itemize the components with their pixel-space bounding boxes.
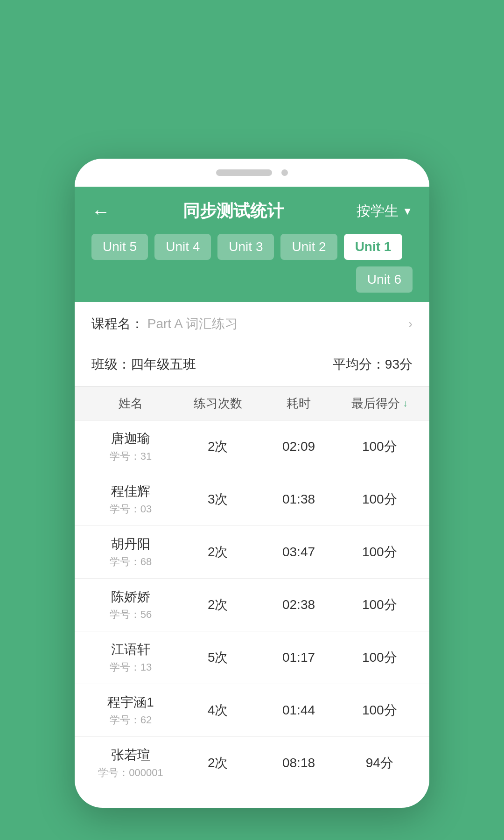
sort-dropdown[interactable]: 按学生 ▼	[357, 202, 413, 221]
cell-count: 5次	[177, 649, 258, 666]
cell-score: 94分	[339, 754, 420, 772]
course-name: Part A 词汇练习	[147, 316, 238, 331]
table-row: 陈娇娇 学号：56 2次 02:38 100分	[75, 579, 429, 631]
unit-tab-5[interactable]: Unit 5	[91, 234, 148, 260]
cell-name: 江语轩 学号：13	[84, 641, 177, 674]
cell-count: 2次	[177, 754, 258, 772]
cell-time: 02:09	[258, 439, 339, 454]
course-prefix: 课程名：	[91, 316, 144, 331]
student-name: 唐迦瑜	[84, 430, 177, 448]
phone-top-bar	[75, 159, 429, 187]
student-id: 学号：56	[84, 608, 177, 622]
student-name: 陈娇娇	[84, 588, 177, 606]
cell-score: 100分	[339, 596, 420, 614]
student-name: 胡丹阳	[84, 535, 177, 553]
cell-count: 2次	[177, 596, 258, 614]
cell-time: 01:44	[258, 703, 339, 718]
cell-count: 2次	[177, 543, 258, 561]
table-row: 胡丹阳 学号：68 2次 03:47 100分	[75, 526, 429, 579]
unit-tab-3[interactable]: Unit 3	[217, 234, 274, 260]
student-id: 学号：31	[84, 449, 177, 463]
cell-name: 程宇涵1 学号：62	[84, 693, 177, 727]
student-name: 程佳辉	[84, 483, 177, 500]
table-row: 唐迦瑜 学号：31 2次 02:09 100分	[75, 420, 429, 473]
chevron-right-icon: ›	[408, 316, 413, 331]
cell-time: 03:47	[258, 545, 339, 560]
cell-name: 程佳辉 学号：03	[84, 483, 177, 516]
cell-name: 胡丹阳 学号：68	[84, 535, 177, 569]
class-label: 班级：四年级五班	[91, 356, 196, 373]
cell-count: 4次	[177, 701, 258, 719]
class-bar: 班级：四年级五班 平均分：93分	[75, 346, 429, 386]
student-name: 江语轩	[84, 641, 177, 658]
cell-score: 100分	[339, 701, 420, 719]
phone-speaker	[216, 169, 272, 176]
unit-tab-4[interactable]: Unit 4	[154, 234, 211, 260]
student-id: 学号：13	[84, 660, 177, 674]
cell-name: 陈娇娇 学号：56	[84, 588, 177, 622]
student-id: 学号：000001	[84, 766, 177, 780]
cell-name: 唐迦瑜 学号：31	[84, 430, 177, 463]
sort-label: 按学生	[357, 202, 399, 221]
th-time: 耗时	[258, 395, 339, 412]
table-row: 江语轩 学号：13 5次 01:17 100分	[75, 631, 429, 684]
th-name: 姓名	[84, 395, 177, 412]
table-header: 姓名 练习次数 耗时 最后得分 ↓	[75, 387, 429, 420]
units-row-1: Unit 5 Unit 4 Unit 3 Unit 2 Unit 1	[91, 234, 413, 260]
table-row: 程宇涵1 学号：62 4次 01:44 100分	[75, 684, 429, 737]
cell-time: 02:38	[258, 597, 339, 612]
student-name: 程宇涵1	[84, 693, 177, 711]
course-bar[interactable]: 课程名： Part A 词汇练习 ›	[75, 302, 429, 346]
app-header-top: ← 同步测试统计 按学生 ▼	[91, 200, 413, 223]
cell-score: 100分	[339, 490, 420, 508]
app-title: 同步测试统计	[183, 200, 284, 223]
table-row: 程佳辉 学号：03 3次 01:38 100分	[75, 473, 429, 526]
th-score-label: 最后得分	[351, 395, 400, 412]
sort-score-icon: ↓	[403, 398, 407, 409]
unit-tab-1[interactable]: Unit 1	[344, 234, 403, 260]
cell-time: 01:38	[258, 492, 339, 507]
cell-score: 100分	[339, 438, 420, 455]
app-header: ← 同步测试统计 按学生 ▼ Unit 5 Unit 4 Unit 3 Unit…	[75, 187, 429, 302]
cell-name: 张若瑄 学号：000001	[84, 746, 177, 780]
data-table: 姓名 练习次数 耗时 最后得分 ↓ 唐迦瑜 学号：31 2次 02:09 100…	[75, 386, 429, 789]
dropdown-arrow-icon: ▼	[402, 205, 413, 217]
unit-tab-2[interactable]: Unit 2	[280, 234, 337, 260]
cell-time: 01:17	[258, 650, 339, 665]
back-button[interactable]: ←	[91, 202, 110, 221]
student-id: 学号：68	[84, 555, 177, 569]
cell-score: 100分	[339, 649, 420, 666]
cell-count: 2次	[177, 438, 258, 455]
cell-time: 08:18	[258, 756, 339, 770]
phone-mockup: ← 同步测试统计 按学生 ▼ Unit 5 Unit 4 Unit 3 Unit…	[75, 159, 429, 808]
unit-tab-6[interactable]: Unit 6	[356, 266, 413, 293]
table-row: 张若瑄 学号：000001 2次 08:18 94分	[75, 737, 429, 789]
student-name: 张若瑄	[84, 746, 177, 764]
course-label: 课程名： Part A 词汇练习	[91, 315, 238, 333]
avg-score: 平均分：93分	[333, 356, 413, 373]
th-score[interactable]: 最后得分 ↓	[339, 395, 420, 412]
phone-camera	[281, 169, 288, 176]
student-id: 学号：62	[84, 713, 177, 727]
units-row-2: Unit 6	[91, 266, 413, 293]
th-count: 练习次数	[177, 395, 258, 412]
cell-score: 100分	[339, 543, 420, 561]
cell-count: 3次	[177, 490, 258, 508]
student-id: 学号：03	[84, 502, 177, 516]
